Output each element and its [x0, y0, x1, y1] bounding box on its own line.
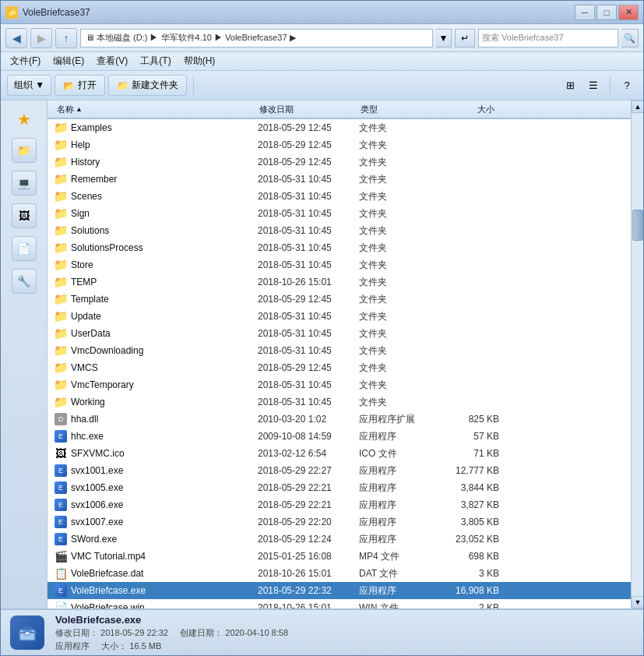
file-pane: 名称 ▲ 修改日期 类型 大小 📁 Examples 2018-05-29 12…	[48, 101, 631, 608]
table-row[interactable]: E svx1005.exe 2018-05-29 22:21 应用程序 3,84…	[48, 479, 631, 496]
file-date: 2018-05-31 10:45	[258, 345, 359, 356]
menu-edit[interactable]: 编辑(E)	[47, 53, 90, 69]
table-row[interactable]: E VoleBriefcase.exe 2018-05-29 22:32 应用程…	[48, 582, 631, 599]
table-row[interactable]: 📁 VMCS 2018-05-29 12:45 文件夹	[48, 359, 631, 376]
status-filename: VoleBriefcase.exe	[55, 614, 288, 626]
table-row[interactable]: 🖼 SFXVMC.ico 2013-02-12 6:54 ICO 文件 71 K…	[48, 445, 631, 462]
file-type: 应用程序	[359, 430, 437, 443]
menu-view[interactable]: 查看(V)	[90, 53, 134, 69]
up-button[interactable]: ↑	[55, 28, 77, 48]
menu-tools[interactable]: 工具(T)	[134, 53, 177, 69]
table-row[interactable]: 📁 TEMP 2018-10-26 15:01 文件夹	[48, 273, 631, 291]
address-input[interactable]: 🖥 本地磁盘 (D:) ▶ 华军软件4.10 ▶ VoleBriefcase37…	[80, 29, 433, 48]
search-button[interactable]: 🔍	[621, 29, 639, 48]
table-row[interactable]: 📁 Template 2018-05-29 12:45 文件夹	[48, 291, 631, 308]
file-size: 2 KB	[437, 602, 499, 608]
file-list[interactable]: 📁 Examples 2018-05-29 12:45 文件夹 📁 Help 2…	[48, 119, 631, 608]
new-folder-button[interactable]: 📁 新建文件夹	[108, 75, 187, 96]
file-icon: 📁	[54, 172, 68, 186]
sidebar-item-2[interactable]: 💻	[12, 171, 37, 196]
table-row[interactable]: 📄 VoleBriefcase.win 2018-10-26 15:01 WIN…	[48, 599, 631, 608]
maximize-button[interactable]: □	[596, 5, 617, 20]
table-row[interactable]: 📁 UserData 2018-05-31 10:45 文件夹	[48, 325, 631, 342]
col-header-type[interactable]: 类型	[357, 104, 435, 115]
right-scrollbar[interactable]: ▲ ▼	[631, 101, 643, 608]
table-row[interactable]: E svx1001.exe 2018-05-29 22:27 应用程序 12,7…	[48, 462, 631, 479]
sidebar-item-3[interactable]: 🖼	[12, 203, 37, 228]
scroll-thumb[interactable]	[632, 210, 643, 241]
table-row[interactable]: 📁 History 2018-05-29 12:45 文件夹	[48, 153, 631, 171]
file-name: History	[71, 157, 258, 168]
col-header-size[interactable]: 大小	[435, 104, 498, 115]
col-header-date[interactable]: 修改日期	[256, 104, 357, 115]
table-row[interactable]: 📁 Remember 2018-05-31 10:45 文件夹	[48, 171, 631, 188]
file-type: 文件夹	[359, 156, 437, 169]
file-name: VmcTemporary	[71, 379, 258, 390]
file-date: 2010-03-20 1:02	[258, 414, 359, 425]
open-button[interactable]: 📂 打开	[55, 75, 105, 96]
table-row[interactable]: 📁 Help 2018-05-29 12:45 文件夹	[48, 136, 631, 153]
table-row[interactable]: 📁 Examples 2018-05-29 12:45 文件夹	[48, 119, 631, 136]
toolbar-right: ⊞ ☰ ?	[560, 76, 637, 95]
open-icon: 📂	[63, 80, 75, 91]
file-icon: 📄	[54, 601, 68, 608]
table-row[interactable]: D hha.dll 2010-03-20 1:02 应用程序扩展 825 KB	[48, 411, 631, 428]
file-name: UserData	[71, 328, 258, 339]
file-icon: 📁	[54, 121, 68, 135]
file-icon: 📁	[54, 292, 68, 306]
file-date: 2018-05-29 12:24	[258, 534, 359, 545]
sidebar-item-1[interactable]: 📁	[12, 138, 37, 163]
file-date: 2018-05-29 12:45	[258, 122, 359, 133]
file-size: 23,052 KB	[437, 534, 499, 545]
table-row[interactable]: 📁 Solutions 2018-05-31 10:45 文件夹	[48, 222, 631, 239]
address-dropdown-button[interactable]: ▼	[436, 29, 452, 48]
file-icon: 📋	[54, 566, 68, 580]
table-row[interactable]: 📁 VmcDownloading 2018-05-31 10:45 文件夹	[48, 342, 631, 359]
view-toggle-button[interactable]: ⊞	[560, 76, 580, 95]
file-name: Scenes	[71, 191, 258, 202]
file-name: VoleBriefcase.dat	[71, 568, 258, 579]
table-row[interactable]: E hhc.exe 2009-10-08 14:59 应用程序 57 KB	[48, 428, 631, 445]
col-header-name[interactable]: 名称 ▲	[54, 104, 256, 115]
create-label: 创建日期：	[180, 628, 223, 637]
close-button[interactable]: ✕	[618, 5, 639, 20]
sidebar-favorites[interactable]: ★	[12, 107, 37, 132]
table-row[interactable]: 📁 SolutionsProcess 2018-05-31 10:45 文件夹	[48, 239, 631, 256]
file-date: 2018-10-26 15:01	[258, 277, 359, 287]
scroll-up-button[interactable]: ▲	[632, 101, 643, 113]
file-type: 文件夹	[359, 396, 437, 409]
scroll-down-button[interactable]: ▼	[632, 596, 643, 608]
table-row[interactable]: 📋 VoleBriefcase.dat 2018-10-26 15:01 DAT…	[48, 565, 631, 582]
file-name: VMCS	[71, 362, 258, 373]
file-icon: 📁	[54, 241, 68, 255]
help-button[interactable]: ?	[617, 76, 637, 95]
menu-help[interactable]: 帮助(H)	[178, 53, 222, 69]
file-type: 应用程序	[359, 481, 437, 495]
menu-file[interactable]: 文件(F)	[4, 53, 47, 69]
forward-button[interactable]: ▶	[30, 28, 52, 48]
file-icon: E	[54, 515, 68, 529]
table-row[interactable]: E svx1006.exe 2018-05-29 22:21 应用程序 3,82…	[48, 496, 631, 513]
table-row[interactable]: E svx1007.exe 2018-05-29 22:20 应用程序 3,80…	[48, 513, 631, 531]
go-button[interactable]: ↵	[455, 29, 475, 48]
file-name: Help	[71, 139, 258, 150]
file-type: 文件夹	[359, 207, 437, 220]
table-row[interactable]: 🎬 VMC Tutorial.mp4 2015-01-25 16:08 MP4 …	[48, 548, 631, 565]
table-row[interactable]: E SWord.exe 2018-05-29 12:24 应用程序 23,052…	[48, 531, 631, 548]
file-date: 2018-05-29 12:45	[258, 139, 359, 150]
table-row[interactable]: 📁 Scenes 2018-05-31 10:45 文件夹	[48, 188, 631, 205]
sidebar-item-5[interactable]: 🔧	[12, 269, 37, 294]
table-row[interactable]: 📁 Sign 2018-05-31 10:45 文件夹	[48, 205, 631, 222]
back-button[interactable]: ◀	[5, 28, 27, 48]
organize-button[interactable]: 组织 ▼	[7, 75, 51, 96]
table-row[interactable]: 📁 Working 2018-05-31 10:45 文件夹	[48, 393, 631, 411]
table-row[interactable]: 📁 Store 2018-05-31 10:45 文件夹	[48, 256, 631, 273]
file-type: DAT 文件	[359, 567, 437, 580]
scroll-track[interactable]	[632, 113, 643, 596]
table-row[interactable]: 📁 VmcTemporary 2018-05-31 10:45 文件夹	[48, 376, 631, 393]
search-box[interactable]: 搜索 VoleBriefcase37	[478, 29, 618, 48]
view-details-button[interactable]: ☰	[583, 76, 604, 95]
minimize-button[interactable]: ─	[575, 5, 595, 20]
table-row[interactable]: 📁 Update 2018-05-31 10:45 文件夹	[48, 308, 631, 325]
sidebar-item-4[interactable]: 📄	[12, 236, 37, 261]
